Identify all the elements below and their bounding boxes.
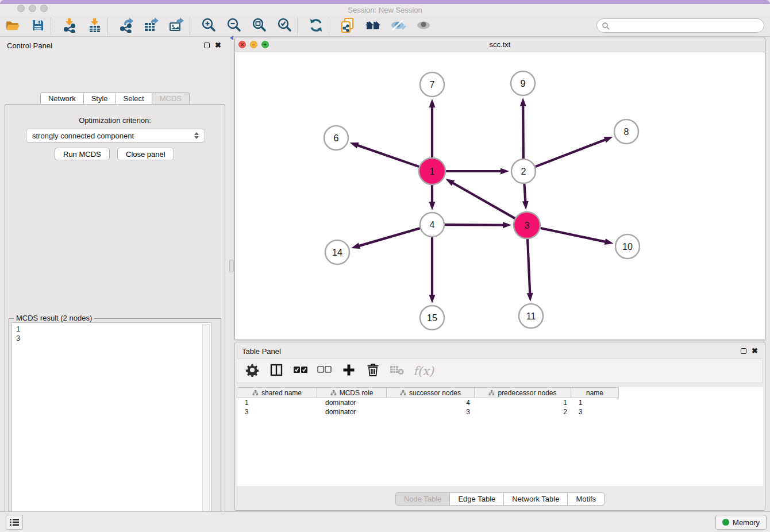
table-row[interactable]: 1dominator411	[237, 398, 763, 407]
save-session-button[interactable]	[29, 17, 47, 35]
edge-4-14[interactable]	[358, 228, 419, 246]
node-label-3: 3	[525, 221, 530, 230]
open-session-button[interactable]	[3, 17, 22, 35]
table-cell[interactable]: dominator	[317, 398, 387, 407]
table-cell[interactable]: 1	[476, 398, 573, 407]
tab-mcds[interactable]: MCDS	[152, 92, 190, 105]
add-row-button[interactable]	[341, 363, 357, 379]
tab-node-table[interactable]: Node Table	[395, 492, 451, 506]
network-from-selection-icon	[340, 17, 356, 35]
tab-edge-table[interactable]: Edge Table	[449, 492, 504, 506]
export-table-button[interactable]	[143, 17, 161, 35]
network-window-title: scc.txt	[235, 40, 765, 49]
show-columns-button[interactable]	[268, 363, 284, 379]
table-cell[interactable]: 3	[573, 407, 621, 417]
show-hidden-button[interactable]	[414, 17, 433, 35]
node-label-8: 8	[624, 127, 629, 137]
preferred-layout-button[interactable]	[364, 17, 382, 35]
zoom-in-button[interactable]	[199, 17, 218, 35]
column-label: name	[586, 389, 603, 397]
export-network-button[interactable]	[117, 17, 136, 35]
table-cell[interactable]: 3	[387, 407, 476, 417]
table-body: 1dominator4113dominator323	[237, 398, 763, 417]
zoom-selected-button[interactable]	[275, 17, 294, 35]
column-header-MCDS-role[interactable]: MCDS role	[317, 387, 387, 398]
collapse-divider-arrow-icon[interactable]	[230, 36, 233, 40]
select-all-button[interactable]	[292, 363, 309, 379]
table-float-panel-icon[interactable]	[741, 348, 746, 354]
show-columns-icon	[270, 363, 283, 379]
memory-label: Memory	[733, 518, 760, 527]
network-from-selection-button[interactable]	[338, 17, 357, 35]
column-header-shared-name[interactable]: shared name	[237, 387, 317, 398]
column-header-predecessor-nodes[interactable]: predecessor nodes	[474, 387, 571, 398]
edge-3-11[interactable]	[528, 239, 530, 294]
table-cell[interactable]: 3	[237, 407, 317, 417]
save-session-icon	[31, 18, 45, 34]
tab-select[interactable]: Select	[116, 92, 152, 105]
import-table-button[interactable]	[86, 17, 104, 35]
tab-motifs[interactable]: Motifs	[567, 492, 605, 506]
table-toolbar: f(x)	[237, 358, 763, 383]
edge-3-10[interactable]	[540, 228, 606, 242]
node-label-6: 6	[334, 133, 339, 143]
mcds-result-list[interactable]: 1 3	[11, 322, 211, 527]
network-graph[interactable]: 7968124314101511	[236, 52, 765, 340]
search-input[interactable]	[610, 21, 764, 30]
edge-4-3[interactable]	[445, 225, 504, 225]
mcds-result-box: MCDS result (2 nodes) 1 3	[9, 318, 221, 532]
node-table-grid: shared nameMCDS rolesuccessor nodesprede…	[237, 387, 763, 486]
import-network-button[interactable]	[60, 17, 79, 35]
deselect-all-button[interactable]	[317, 363, 333, 379]
table-close-panel-icon[interactable]: ✖	[752, 346, 758, 355]
hide-selection-button[interactable]	[389, 17, 407, 35]
table-cell[interactable]: dominator	[317, 407, 387, 417]
status-bar: Memory	[0, 511, 770, 532]
table-cell[interactable]: 1	[573, 398, 621, 407]
function-builder-button: f(x)	[413, 364, 434, 378]
arrowhead-icon	[350, 142, 359, 148]
float-panel-icon[interactable]	[204, 43, 210, 48]
column-label: shared name	[261, 389, 302, 397]
tab-network[interactable]: Network	[40, 92, 84, 105]
table-cell[interactable]: 4	[387, 398, 476, 407]
run-mcds-button[interactable]: Run MCDS	[55, 148, 110, 160]
table-cell[interactable]: 1	[237, 398, 317, 407]
table-tabs: Node TableEdge TableNetwork TableMotifs	[235, 492, 765, 506]
column-header-name[interactable]: name	[571, 387, 619, 398]
table-row[interactable]: 3dominator323	[237, 407, 763, 417]
vertical-split-handle[interactable]	[229, 260, 234, 272]
edge-3-1[interactable]	[452, 183, 515, 218]
search-box[interactable]	[596, 18, 764, 33]
node-label-14: 14	[332, 248, 342, 257]
close-panel-button[interactable]: Close panel	[117, 148, 174, 160]
column-header-successor-nodes[interactable]: successor nodes	[386, 387, 475, 398]
edge-2-9[interactable]	[523, 105, 523, 159]
export-image-button[interactable]	[168, 17, 186, 35]
tab-network-table[interactable]: Network Table	[503, 492, 568, 506]
arrowhead-icon	[500, 168, 509, 175]
mcds-tab-content: Optimization criterion: strongly connect…	[5, 104, 225, 532]
settings-gear-button[interactable]	[244, 363, 260, 379]
dropdown-stepper-icon	[194, 132, 199, 139]
node-label-11: 11	[526, 311, 536, 321]
task-history-button[interactable]	[6, 515, 23, 530]
edge-2-8[interactable]	[536, 140, 606, 167]
refresh-network-button[interactable]	[307, 17, 325, 35]
memory-button[interactable]: Memory	[715, 515, 767, 530]
criterion-dropdown-value: strongly connected component	[32, 132, 134, 140]
toolbar-separator	[107, 18, 108, 35]
zoom-fit-button[interactable]	[250, 17, 268, 35]
close-panel-icon[interactable]: ✖	[215, 41, 221, 49]
import-network-icon	[62, 18, 77, 34]
optimization-criterion-label: Optimization criterion:	[5, 116, 225, 125]
arrowhead-icon	[445, 179, 455, 186]
tab-style[interactable]: Style	[83, 92, 116, 105]
result-vertical-scrollbar[interactable]	[202, 324, 210, 518]
edge-1-6[interactable]	[357, 145, 419, 167]
criterion-dropdown[interactable]: strongly connected component	[26, 129, 205, 142]
edge-2-3[interactable]	[524, 184, 525, 202]
table-cell[interactable]: 2	[476, 407, 573, 417]
zoom-out-button[interactable]	[225, 17, 243, 35]
delete-row-button[interactable]	[365, 363, 381, 379]
